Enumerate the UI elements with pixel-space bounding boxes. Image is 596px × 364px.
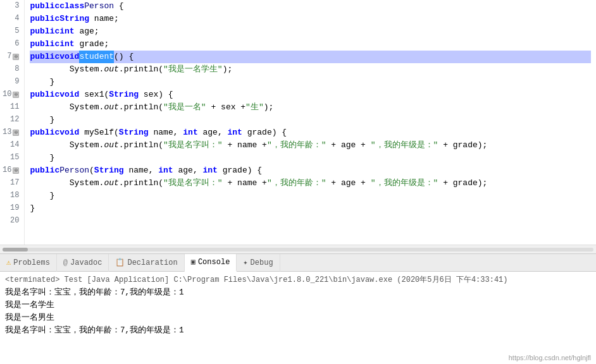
line-number: 6 bbox=[3, 38, 19, 51]
line-number: 14 bbox=[3, 139, 19, 152]
tab-label: Console bbox=[198, 258, 230, 267]
line-number: 13⊖ bbox=[3, 126, 19, 139]
tab-label: Problems bbox=[13, 258, 50, 267]
code-line: public String name; bbox=[30, 13, 591, 25]
fold-indicator[interactable]: ⊖ bbox=[13, 54, 19, 60]
code-line: public int age; bbox=[30, 25, 591, 38]
tab-console[interactable]: ▣Console bbox=[185, 254, 237, 272]
console-icon: ▣ bbox=[191, 257, 196, 267]
line-number: 10⊖ bbox=[3, 88, 19, 101]
code-line: public int grade; bbox=[30, 38, 591, 51]
scrollbar-area[interactable] bbox=[0, 245, 596, 253]
line-numbers: 34567⊖8910⊖111213⊖141516⊖17181920 bbox=[0, 0, 25, 245]
code-line: } bbox=[30, 190, 591, 202]
code-line: System.out.println("我是名字叫：" + name +"，我的… bbox=[30, 177, 591, 190]
fold-indicator[interactable]: ⊖ bbox=[13, 167, 19, 174]
console-line: 我是名字叫：宝宝，我的年龄：7,我的年级是：1 bbox=[5, 286, 591, 299]
code-line: } bbox=[30, 152, 591, 164]
editor-area: 34567⊖8910⊖111213⊖141516⊖17181920 public… bbox=[0, 0, 596, 253]
watermark: https://blog.csdn.net/hglnjfl bbox=[509, 354, 591, 361]
javadoc-icon: @ bbox=[63, 258, 68, 267]
code-line: System.out.println("我是一名学生"); bbox=[30, 63, 591, 76]
scrollbar-track[interactable] bbox=[3, 248, 593, 252]
debug-icon: ✦ bbox=[243, 258, 247, 267]
tabs-bar: ⚠Problems@Javadoc📋Declaration▣Console✦De… bbox=[0, 254, 596, 272]
fold-indicator[interactable]: ⊖ bbox=[13, 92, 19, 98]
line-number: 9 bbox=[3, 76, 19, 88]
code-line: } bbox=[30, 76, 591, 88]
console-content: <terminated> Test [Java Application] C:\… bbox=[0, 272, 596, 364]
tab-label: Debug bbox=[251, 258, 273, 267]
scrollbar-thumb[interactable] bbox=[3, 248, 28, 252]
console-line: 我是一名学生 bbox=[5, 299, 591, 312]
code-line: public class Person { bbox=[30, 0, 591, 13]
tab-debug[interactable]: ✦Debug bbox=[237, 254, 280, 272]
fold-indicator[interactable]: ⊖ bbox=[13, 130, 19, 136]
code-line: System.out.println("我是一名" + sex +"生"); bbox=[30, 101, 591, 114]
line-number: 19 bbox=[3, 202, 19, 215]
code-line: } bbox=[30, 202, 591, 215]
bottom-panel: ⚠Problems@Javadoc📋Declaration▣Console✦De… bbox=[0, 253, 596, 364]
code-container: 34567⊖8910⊖111213⊖141516⊖17181920 public… bbox=[0, 0, 596, 245]
tab-declaration[interactable]: 📋Declaration bbox=[109, 254, 184, 272]
tab-javadoc[interactable]: @Javadoc bbox=[57, 254, 109, 272]
line-number: 11 bbox=[3, 101, 19, 114]
problems-icon: ⚠ bbox=[6, 258, 11, 267]
line-number: 3 bbox=[3, 0, 19, 13]
code-line: public Person(String name, int age, int … bbox=[30, 164, 591, 177]
code-line: public void student() { bbox=[30, 51, 591, 63]
declaration-icon: 📋 bbox=[115, 258, 125, 267]
line-number: 18 bbox=[3, 190, 19, 202]
line-number: 7⊖ bbox=[3, 51, 19, 63]
line-number: 15 bbox=[3, 152, 19, 164]
code-line: System.out.println("我是名字叫：" + name +"，我的… bbox=[30, 139, 591, 152]
code-lines: public class Person { public String name… bbox=[25, 0, 596, 245]
code-line bbox=[30, 215, 591, 228]
line-number: 16⊖ bbox=[3, 164, 19, 177]
tab-label: Javadoc bbox=[70, 258, 102, 267]
tab-problems[interactable]: ⚠Problems bbox=[0, 254, 57, 272]
code-line: public void sex1(String sex) { bbox=[30, 88, 591, 101]
line-number: 5 bbox=[3, 25, 19, 38]
line-number: 12 bbox=[3, 114, 19, 126]
line-number: 4 bbox=[3, 13, 19, 25]
tab-label: Declaration bbox=[127, 258, 177, 267]
console-line: 我是名字叫：宝宝，我的年龄：7,我的年级是：1 bbox=[5, 324, 591, 337]
console-line: 我是一名男生 bbox=[5, 312, 591, 324]
console-header: <terminated> Test [Java Application] C:\… bbox=[5, 274, 591, 285]
line-number: 20 bbox=[3, 215, 19, 228]
code-line: } bbox=[30, 114, 591, 126]
line-number: 8 bbox=[3, 63, 19, 76]
code-line: public void mySelf(String name, int age,… bbox=[30, 126, 591, 139]
line-number: 17 bbox=[3, 177, 19, 190]
